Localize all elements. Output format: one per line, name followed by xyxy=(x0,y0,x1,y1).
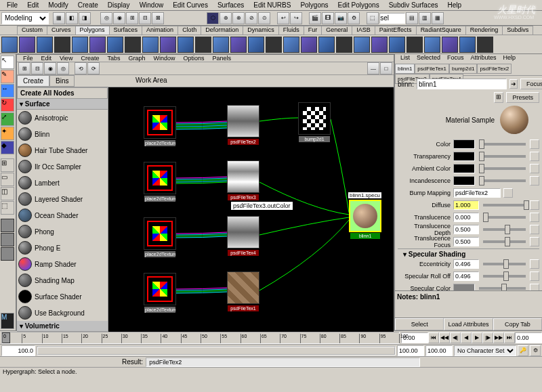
map-button[interactable] xyxy=(530,284,539,291)
color-slider[interactable] xyxy=(479,143,526,146)
slider[interactable] xyxy=(483,275,526,278)
node-place2d[interactable]: place2dTexture3 xyxy=(144,106,176,139)
menu-edit-polygons[interactable]: Edit Polygons xyxy=(334,1,383,9)
shelf-icon[interactable] xyxy=(54,37,70,53)
nextkey-button[interactable]: |▶ xyxy=(482,332,493,343)
create-layered-shader[interactable]: Layered Shader xyxy=(17,191,108,207)
history-btn[interactable]: ↩ xyxy=(277,12,289,24)
map-button[interactable] xyxy=(530,139,539,149)
slider[interactable] xyxy=(483,240,526,243)
lasso-tool[interactable]: ✎ xyxy=(1,70,14,83)
ae-menu-list[interactable]: List xyxy=(398,54,413,64)
transluc-field[interactable] xyxy=(453,213,479,222)
layout-btn[interactable]: ⊞ xyxy=(1,158,14,172)
bump-field[interactable] xyxy=(453,188,501,198)
sidebar-toggle[interactable]: ▤ xyxy=(406,12,418,24)
sidebar-toggle[interactable]: ▥ xyxy=(419,12,431,24)
ae-menu-attributes[interactable]: Attributes xyxy=(468,54,499,64)
quick-layout[interactable] xyxy=(1,219,14,232)
menu-modify[interactable]: Modify xyxy=(44,1,72,9)
map-button[interactable] xyxy=(503,188,513,198)
hs-menu-options[interactable]: Options xyxy=(180,55,207,62)
transdepth-field[interactable] xyxy=(453,225,479,234)
hs-menu-edit[interactable]: Edit xyxy=(38,55,56,62)
status-btn[interactable]: ⊠ xyxy=(152,12,164,24)
scale-tool[interactable]: ⤢ xyxy=(1,112,14,126)
playback-button[interactable]: ◀ xyxy=(461,332,472,343)
node-psdtex2[interactable]: psdFileTex2 xyxy=(227,105,259,137)
range-bar[interactable] xyxy=(37,346,396,355)
status-btn[interactable]: ◎ xyxy=(100,12,112,24)
shelf-tab-cloth[interactable]: Cloth xyxy=(178,26,201,35)
slider[interactable] xyxy=(479,155,526,158)
range-field[interactable] xyxy=(397,345,424,356)
quick-layout[interactable] xyxy=(1,247,14,261)
render-btn[interactable]: ⚙ xyxy=(348,12,360,24)
shelf-tab-curves[interactable]: Curves xyxy=(47,26,76,35)
diffuse-field[interactable] xyxy=(453,200,479,210)
map-button[interactable] xyxy=(530,237,539,246)
hs-tool[interactable]: ⟳ xyxy=(87,62,100,74)
shelf-icon[interactable] xyxy=(1,37,18,53)
map-button[interactable] xyxy=(530,213,539,222)
shelf-icon[interactable] xyxy=(230,37,247,53)
copy-tab-button[interactable]: Copy Tab xyxy=(493,318,542,330)
specular-header[interactable]: ▾ Specular Shading xyxy=(398,251,539,258)
snap-btn[interactable]: ⊕ xyxy=(220,12,232,24)
ae-tab-bump2d1[interactable]: bump2d1 xyxy=(449,64,477,74)
node-blinn1[interactable]: blinn1 blinn1.specu xyxy=(349,200,381,232)
shelf-icon[interactable] xyxy=(354,37,370,53)
ecc-field[interactable] xyxy=(453,259,479,269)
menu-window[interactable]: Window xyxy=(136,1,168,9)
slider[interactable] xyxy=(483,263,526,265)
range-field[interactable] xyxy=(425,345,453,356)
create-header[interactable]: Create All Nodes xyxy=(17,87,108,99)
map-button[interactable] xyxy=(530,225,539,234)
load-attrs-button[interactable]: Load Attributes xyxy=(444,318,493,330)
slider[interactable] xyxy=(483,228,526,231)
prefs-button[interactable]: ⚙ xyxy=(530,345,541,356)
shelf-icon[interactable] xyxy=(301,37,317,53)
end-button[interactable]: ⏭ xyxy=(504,332,515,343)
charset-dropdown[interactable]: No Character Set xyxy=(454,345,516,356)
slider[interactable] xyxy=(479,167,526,170)
hs-tool[interactable]: ⟲ xyxy=(75,62,87,74)
stepback-button[interactable]: ◀◀ xyxy=(439,332,450,343)
create-ilr-occ-sampler[interactable]: Ilr Occ Sampler xyxy=(17,158,108,175)
shelf-icon[interactable] xyxy=(19,37,35,53)
status-btn[interactable]: ⊟ xyxy=(139,12,151,24)
shelf-tab-painteffects[interactable]: PaintEffects xyxy=(375,26,417,35)
go-icon[interactable]: ➜ xyxy=(509,79,518,89)
layout-btn[interactable]: ◫ xyxy=(1,187,14,200)
shelf-icon[interactable] xyxy=(195,37,211,53)
node-place2d[interactable]: place2dTexture6 xyxy=(144,273,176,305)
create-surface-shader[interactable]: Surface Shader xyxy=(17,288,108,305)
rewind-button[interactable]: ⏮ xyxy=(428,332,439,343)
shelf-tab-iasb[interactable]: IASB xyxy=(352,26,375,35)
slider[interactable] xyxy=(483,204,526,206)
node-place2d[interactable]: place2dTexture4 xyxy=(144,162,176,194)
node-psdtex1[interactable]: psdFileTex1 xyxy=(227,271,259,304)
incan-swatch[interactable] xyxy=(453,176,475,186)
create-hair-tube-shader[interactable]: Hair Tube Shader xyxy=(17,142,108,158)
shelf-icon[interactable] xyxy=(389,37,405,53)
prevkey-button[interactable]: ◀| xyxy=(450,332,461,343)
hs-tool[interactable]: ⊟ xyxy=(31,62,43,74)
hs-menu-tabs[interactable]: Tabs xyxy=(104,55,123,62)
move-tool[interactable]: ↔ xyxy=(1,84,14,97)
layout-btn[interactable]: ⬚ xyxy=(1,201,14,215)
autokey-button[interactable]: 🔑 xyxy=(518,345,528,356)
create-use-background[interactable]: Use Background xyxy=(17,305,108,321)
slider[interactable] xyxy=(483,216,526,219)
shelf-icon[interactable] xyxy=(248,37,264,53)
create-ocean-shader[interactable]: Ocean Shader xyxy=(17,207,108,223)
shelf-icon[interactable] xyxy=(336,37,352,53)
ae-menu-focus[interactable]: Focus xyxy=(444,54,467,64)
ae-menu-help[interactable]: Help xyxy=(501,54,519,64)
manip-tool[interactable]: ✦ xyxy=(1,127,14,140)
shelf-tab-custom[interactable]: Custom xyxy=(17,26,47,35)
status-btn[interactable]: ◨ xyxy=(79,12,91,24)
focus-button[interactable]: Focus xyxy=(520,79,542,89)
menu-subdiv-surfaces[interactable]: Subdiv Surfaces xyxy=(385,1,442,9)
hs-tool[interactable]: ◎ xyxy=(57,62,69,74)
